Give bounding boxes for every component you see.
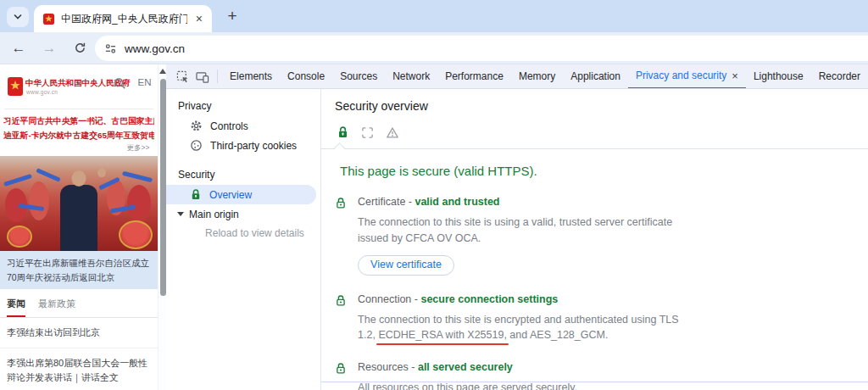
certificate-label: Certificate - [358,196,415,208]
tab-console[interactable]: Console [280,64,332,89]
webpage-viewport: 中华人民共和国中央人民政府 www.gov.cn EN 习近平同古共中央第一书记… [0,64,158,390]
devtools-toolbar: Elements Console Sources Network Perform… [166,64,868,89]
back-button[interactable]: ← [7,36,31,60]
site-header: 中华人民共和国中央人民政府 www.gov.cn EN [0,64,158,109]
favicon-gov-emblem-icon [42,13,55,25]
news-tab-yaowen[interactable]: 要闻 [7,298,25,317]
reload-hint: Reload to view details [166,224,320,239]
resources-section: Resources - all served securely All reso… [335,361,854,390]
url-text[interactable]: www.gov.cn [125,42,185,55]
sidebar-header-privacy: Privacy [166,92,320,116]
inspect-element-button[interactable] [172,66,192,86]
connection-title: Connection - secure connection settings [358,293,698,305]
view-certificate-button[interactable]: View certificate [358,255,454,276]
resources-title: Resources - all served securely [358,361,577,373]
browser-window: 中国政府网_中央人民政府门户网 × + ← → www.gov.cn 中华人民共… [0,0,868,390]
warning-triangle-icon[interactable] [386,126,399,139]
reload-button[interactable] [68,36,92,60]
lock-icon [335,196,348,276]
devtools-body: Privacy Controls Third-party cookies Sec… [166,89,868,390]
divider [321,148,868,149]
chevron-down-icon [13,12,23,22]
device-toolbar-button[interactable] [192,66,213,86]
sidebar-item-label: Overview [209,189,252,201]
forward-button[interactable]: → [37,36,61,60]
hero-photo[interactable] [0,156,158,251]
tab-application[interactable]: Application [563,64,628,89]
toolbar-separator [217,70,218,83]
headline-link[interactable]: 迪亚斯-卡内尔就中古建交65周年互致贺电 [3,129,154,143]
tab-lighthouse[interactable]: Lighthouse [746,64,811,89]
new-tab-button[interactable]: + [222,6,242,26]
news-tab-policies[interactable]: 最新政策 [38,298,75,317]
tab-network[interactable]: Network [385,64,437,89]
tab-title: 中国政府网_中央人民政府门户网 [61,12,187,26]
sidebar-item-main-origin[interactable]: Main origin [166,204,320,224]
tab-search-button[interactable] [7,7,29,27]
privacy-security-sidebar: Privacy Controls Third-party cookies Sec… [166,89,321,390]
resources-status: all served securely [418,361,513,373]
tab-label: Privacy and security [636,64,726,87]
device-toolbar-icon [196,70,209,83]
sidebar-item-label: Controls [210,120,248,132]
photo-caption[interactable]: 习近平在出席新疆维吾尔自治区成立70周年庆祝活动后返回北京 [0,251,158,289]
scrollbar-up-arrow-icon[interactable] [159,69,166,74]
sidebar-item-controls[interactable]: Controls [166,116,320,136]
photo-figure [127,185,151,222]
tab-strip: 中国政府网_中央人民政府门户网 × + [0,0,868,32]
url-bar[interactable]: www.gov.cn [95,36,868,61]
photo-person-hand [97,168,106,177]
more-link[interactable]: 更多>> [0,142,158,156]
browser-tab-active[interactable]: 中国政府网_中央人民政府门户网 × [34,5,212,32]
top-headline: 习近平同古共中央第一书记、古巴国家主席 迪亚斯-卡内尔就中古建交65周年互致贺电 [0,109,158,142]
site-settings-icon[interactable] [104,42,117,55]
scrollbar-thumb[interactable] [160,79,166,296]
address-bar: ← → www.gov.cn [0,32,868,64]
connection-label: Connection - [358,293,420,305]
security-overview-panel: Security overview This page is [321,89,868,390]
news-item[interactable]: 李强出席第80届联合国大会一般性辩论并发表讲话｜讲话全文 [0,348,158,390]
tab-close-icon[interactable]: × [732,70,738,81]
sidebar-item-third-party-cookies[interactable]: Third-party cookies [166,136,320,155]
search-icon [114,77,126,90]
tab-close-icon[interactable]: × [193,12,205,25]
security-state-icons [337,125,854,139]
connection-status: secure connection settings [420,293,558,305]
site-search-button[interactable] [114,77,126,93]
certificate-section: Certificate - valid and trusted The conn… [335,196,854,276]
photo-person-suit [60,185,97,251]
sidebar-item-label: Main origin [189,209,239,220]
blue-ribbon [122,171,153,183]
tab-sources[interactable]: Sources [332,64,385,89]
connection-body: The connection to this site is encrypted… [358,312,698,344]
connection-section: Connection - secure connection settings … [335,293,854,344]
language-switch[interactable]: EN [137,77,151,87]
certificate-body: The connection to this site is using a v… [358,214,698,247]
tab-memory[interactable]: Memory [511,64,563,89]
gear-icon [190,120,203,132]
photo-figure [29,181,49,220]
panel-bottom-divider [321,382,868,382]
connection-body-text: and AES_128_GCM. [507,329,609,341]
lock-icon [335,293,348,344]
page-scrollbar[interactable] [158,64,166,390]
tab-recorder[interactable]: Recorder [811,64,868,89]
tab-elements[interactable]: Elements [222,64,280,89]
cipher-suite-annotated: ECDHE_RSA with X25519, [378,329,506,341]
tab-performance[interactable]: Performance [437,64,511,89]
news-tabs: 要闻 最新政策 [0,289,158,318]
secure-status-heading: This page is secure (valid HTTPS). [340,164,854,178]
content-row: 中华人民共和国中央人民政府 www.gov.cn EN 习近平同古共中央第一书记… [0,64,868,390]
national-emblem-logo [7,76,24,97]
cookie-icon [190,139,203,152]
headline-link[interactable]: 习近平同古共中央第一书记、古巴国家主席 [3,114,154,129]
certificate-status: valid and trusted [415,196,499,208]
expand-arrow-icon[interactable] [177,212,184,216]
neutral-state-icon[interactable] [361,126,374,139]
secure-lock-icon[interactable] [337,125,349,139]
sidebar-item-overview[interactable]: Overview [166,185,316,204]
inspect-cursor-icon [176,70,189,83]
lock-icon [190,188,202,201]
tab-privacy-and-security[interactable]: Privacy and security × [628,64,746,89]
news-item[interactable]: 李强结束出访回到北京 [0,318,158,348]
